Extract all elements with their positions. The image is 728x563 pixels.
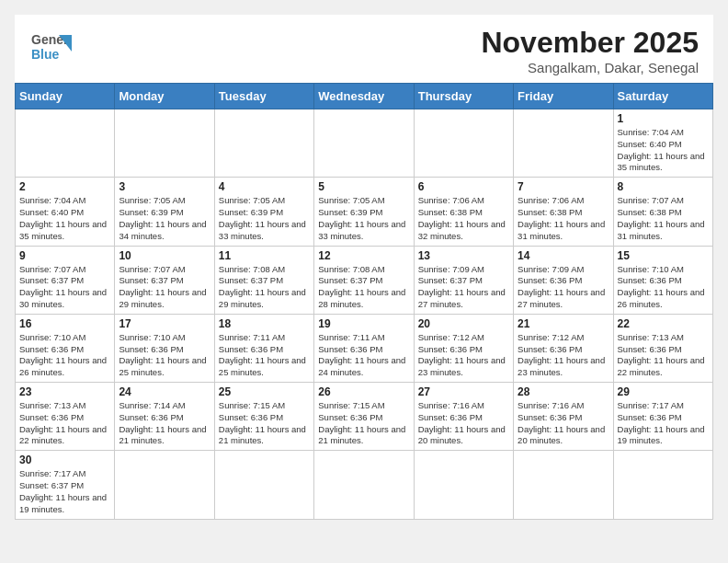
sunrise-text: Sunrise: 7:10 AM: [19, 332, 85, 342]
day-number: 8: [618, 180, 709, 193]
sunset-text: Sunset: 6:37 PM: [119, 275, 183, 285]
sunset-text: Sunset: 6:40 PM: [618, 139, 682, 149]
day-number: 9: [19, 249, 110, 262]
daylight-text: Daylight: 11 hours and 26 minutes.: [618, 287, 705, 309]
day-number: 10: [119, 249, 210, 262]
sunset-text: Sunset: 6:36 PM: [19, 412, 84, 422]
daylight-text: Daylight: 11 hours and 21 minutes.: [219, 424, 306, 446]
calendar-day-cell: [314, 451, 414, 519]
sunrise-text: Sunrise: 7:12 AM: [518, 332, 584, 342]
day-info: Sunrise: 7:04 AMSunset: 6:40 PMDaylight:…: [19, 195, 110, 242]
calendar-week-row: 30Sunrise: 7:17 AMSunset: 6:37 PMDayligh…: [16, 451, 713, 519]
day-number: 19: [318, 317, 409, 330]
calendar-day-cell: 10Sunrise: 7:07 AMSunset: 6:37 PMDayligh…: [115, 246, 214, 314]
day-number: 26: [318, 385, 409, 398]
sunrise-text: Sunrise: 7:08 AM: [219, 264, 285, 274]
day-info: Sunrise: 7:11 AMSunset: 6:36 PMDaylight:…: [219, 332, 310, 379]
calendar-day-cell: 20Sunrise: 7:12 AMSunset: 6:36 PMDayligh…: [414, 314, 513, 382]
sunset-text: Sunset: 6:39 PM: [119, 207, 183, 217]
sunset-text: Sunset: 6:37 PM: [219, 275, 283, 285]
day-info: Sunrise: 7:17 AMSunset: 6:36 PMDaylight:…: [618, 400, 709, 447]
daylight-text: Daylight: 11 hours and 33 minutes.: [219, 219, 306, 241]
day-number: 14: [518, 249, 609, 262]
sunset-text: Sunset: 6:36 PM: [19, 344, 84, 354]
sunrise-text: Sunrise: 7:16 AM: [418, 400, 484, 410]
daylight-text: Daylight: 11 hours and 22 minutes.: [618, 355, 705, 377]
daylight-text: Daylight: 11 hours and 21 minutes.: [318, 424, 405, 446]
day-info: Sunrise: 7:06 AMSunset: 6:38 PMDaylight:…: [418, 195, 509, 242]
day-info: Sunrise: 7:04 AMSunset: 6:40 PMDaylight:…: [618, 127, 709, 174]
sunset-text: Sunset: 6:36 PM: [518, 412, 582, 422]
calendar-day-cell: 30Sunrise: 7:17 AMSunset: 6:37 PMDayligh…: [16, 451, 115, 519]
daylight-text: Daylight: 11 hours and 32 minutes.: [418, 219, 506, 241]
daylight-text: Daylight: 11 hours and 27 minutes.: [518, 287, 605, 309]
calendar-day-cell: 27Sunrise: 7:16 AMSunset: 6:36 PMDayligh…: [414, 383, 513, 451]
sunrise-text: Sunrise: 7:15 AM: [219, 400, 285, 410]
calendar-day-cell: 11Sunrise: 7:08 AMSunset: 6:37 PMDayligh…: [214, 246, 313, 314]
sunset-text: Sunset: 6:36 PM: [518, 275, 582, 285]
sunrise-text: Sunrise: 7:05 AM: [219, 195, 285, 205]
day-info: Sunrise: 7:16 AMSunset: 6:36 PMDaylight:…: [518, 400, 609, 447]
sunrise-text: Sunrise: 7:17 AM: [19, 468, 85, 478]
day-info: Sunrise: 7:12 AMSunset: 6:36 PMDaylight:…: [418, 332, 509, 379]
daylight-text: Daylight: 11 hours and 23 minutes.: [418, 355, 506, 377]
sunset-text: Sunset: 6:38 PM: [518, 207, 582, 217]
header: General Blue November 2025 Sangalkam, Da…: [15, 15, 713, 83]
sunrise-text: Sunrise: 7:15 AM: [318, 400, 384, 410]
daylight-text: Daylight: 11 hours and 29 minutes.: [119, 287, 206, 309]
sunset-text: Sunset: 6:40 PM: [19, 207, 84, 217]
title-block: November 2025 Sangalkam, Dakar, Senegal: [481, 26, 699, 75]
day-info: Sunrise: 7:13 AMSunset: 6:36 PMDaylight:…: [618, 332, 709, 379]
day-number: 4: [219, 180, 310, 193]
daylight-text: Daylight: 11 hours and 34 minutes.: [119, 219, 206, 241]
sunset-text: Sunset: 6:36 PM: [119, 344, 183, 354]
daylight-text: Daylight: 11 hours and 19 minutes.: [618, 424, 705, 446]
sunrise-text: Sunrise: 7:07 AM: [618, 195, 684, 205]
col-header-wednesday: Wednesday: [314, 84, 414, 109]
col-header-tuesday: Tuesday: [214, 84, 313, 109]
daylight-text: Daylight: 11 hours and 25 minutes.: [219, 355, 306, 377]
month-year-title: November 2025: [481, 26, 699, 60]
daylight-text: Daylight: 11 hours and 31 minutes.: [518, 219, 605, 241]
calendar-day-cell: 7Sunrise: 7:06 AMSunset: 6:38 PMDaylight…: [514, 178, 613, 246]
day-number: 16: [19, 317, 110, 330]
sunrise-text: Sunrise: 7:10 AM: [119, 332, 185, 342]
daylight-text: Daylight: 11 hours and 29 minutes.: [219, 287, 306, 309]
sunset-text: Sunset: 6:37 PM: [318, 275, 382, 285]
sunset-text: Sunset: 6:36 PM: [618, 344, 682, 354]
sunrise-text: Sunrise: 7:07 AM: [119, 264, 185, 274]
calendar-day-cell: 22Sunrise: 7:13 AMSunset: 6:36 PMDayligh…: [613, 314, 712, 382]
sunrise-text: Sunrise: 7:13 AM: [19, 400, 85, 410]
sunset-text: Sunset: 6:36 PM: [618, 275, 682, 285]
day-number: 21: [518, 317, 609, 330]
calendar-day-cell: 26Sunrise: 7:15 AMSunset: 6:36 PMDayligh…: [314, 383, 414, 451]
sunrise-text: Sunrise: 7:05 AM: [318, 195, 384, 205]
day-number: 13: [418, 249, 509, 262]
calendar-day-cell: 6Sunrise: 7:06 AMSunset: 6:38 PMDaylight…: [414, 178, 513, 246]
sunrise-text: Sunrise: 7:05 AM: [119, 195, 185, 205]
day-number: 20: [418, 317, 509, 330]
calendar-day-cell: 25Sunrise: 7:15 AMSunset: 6:36 PMDayligh…: [214, 383, 313, 451]
day-info: Sunrise: 7:06 AMSunset: 6:38 PMDaylight:…: [518, 195, 609, 242]
col-header-saturday: Saturday: [613, 84, 712, 109]
day-number: 24: [119, 385, 210, 398]
sunset-text: Sunset: 6:39 PM: [318, 207, 382, 217]
col-header-thursday: Thursday: [414, 84, 513, 109]
daylight-text: Daylight: 11 hours and 27 minutes.: [418, 287, 506, 309]
day-info: Sunrise: 7:17 AMSunset: 6:37 PMDaylight:…: [19, 468, 110, 515]
sunrise-text: Sunrise: 7:09 AM: [418, 264, 484, 274]
calendar-day-cell: 3Sunrise: 7:05 AMSunset: 6:39 PMDaylight…: [115, 178, 214, 246]
sunrise-text: Sunrise: 7:13 AM: [618, 332, 684, 342]
svg-text:Blue: Blue: [31, 47, 60, 62]
calendar-day-cell: 29Sunrise: 7:17 AMSunset: 6:36 PMDayligh…: [613, 383, 712, 451]
sunrise-text: Sunrise: 7:07 AM: [19, 264, 85, 274]
calendar-day-cell: 24Sunrise: 7:14 AMSunset: 6:36 PMDayligh…: [115, 383, 214, 451]
day-info: Sunrise: 7:14 AMSunset: 6:36 PMDaylight:…: [119, 400, 210, 447]
daylight-text: Daylight: 11 hours and 21 minutes.: [119, 424, 206, 446]
calendar-day-cell: 15Sunrise: 7:10 AMSunset: 6:36 PMDayligh…: [613, 246, 712, 314]
day-info: Sunrise: 7:13 AMSunset: 6:36 PMDaylight:…: [19, 400, 110, 447]
day-info: Sunrise: 7:10 AMSunset: 6:36 PMDaylight:…: [119, 332, 210, 379]
day-number: 12: [318, 249, 409, 262]
calendar-day-cell: 4Sunrise: 7:05 AMSunset: 6:39 PMDaylight…: [214, 178, 313, 246]
day-info: Sunrise: 7:12 AMSunset: 6:36 PMDaylight:…: [518, 332, 609, 379]
